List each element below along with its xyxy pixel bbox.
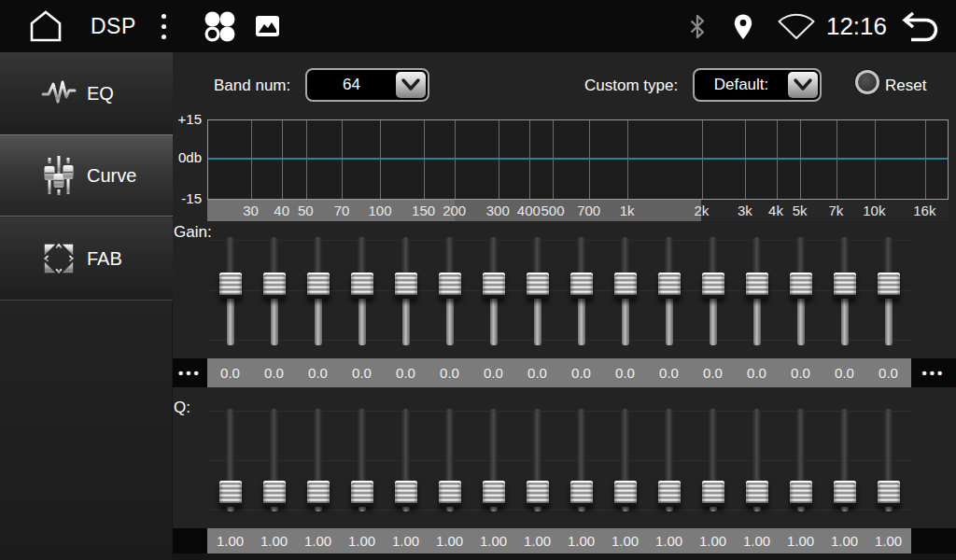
gain-slider[interactable] — [833, 235, 857, 347]
q-slider-thumb[interactable] — [658, 481, 681, 507]
gain-slider-thumb[interactable] — [439, 273, 461, 299]
freq-tick-label: 700 — [569, 200, 610, 221]
gain-slider-thumb[interactable] — [263, 273, 286, 299]
gain-value: 0.0 — [209, 358, 252, 387]
gain-slider-thumb[interactable] — [702, 273, 724, 299]
gain-slider-thumb[interactable] — [746, 273, 768, 299]
overflow-menu-icon[interactable] — [158, 10, 170, 43]
q-slider[interactable] — [613, 407, 638, 514]
freq-tick-label: 70 — [321, 200, 362, 221]
q-slider-thumb[interactable] — [483, 481, 505, 507]
q-slider-thumb[interactable] — [527, 481, 549, 507]
gain-slider-thumb[interactable] — [878, 273, 900, 299]
gallery-icon[interactable] — [255, 15, 280, 37]
gain-slider-thumb[interactable] — [483, 273, 505, 299]
q-slider[interactable] — [350, 407, 374, 514]
gain-slider[interactable] — [350, 235, 374, 347]
gain-slider-thumb[interactable] — [307, 273, 330, 299]
slider-track-upper — [665, 409, 673, 488]
gain-slider[interactable] — [657, 235, 682, 347]
plot-gridline — [251, 120, 252, 199]
fab-arrows-icon — [41, 240, 77, 277]
q-slider[interactable] — [262, 407, 287, 514]
apps-clover-icon[interactable] — [202, 8, 237, 44]
q-value: 1.00 — [429, 528, 471, 553]
q-slider[interactable] — [877, 407, 901, 514]
gain-slider[interactable] — [306, 235, 330, 347]
sidebar-item-eq[interactable]: EQ — [0, 52, 173, 134]
gain-slider-thumb[interactable] — [790, 273, 812, 299]
gain-slider-thumb[interactable] — [219, 273, 242, 299]
sidebar-item-fab[interactable]: FAB — [0, 217, 173, 301]
slider-track-upper — [840, 409, 849, 488]
q-slider-thumb[interactable] — [614, 481, 637, 507]
y-axis-tick-label: 0db — [168, 149, 202, 165]
q-slider[interactable] — [789, 407, 813, 514]
q-slider[interactable] — [306, 407, 330, 514]
gain-slider[interactable] — [394, 235, 418, 347]
gain-slider[interactable] — [438, 235, 462, 347]
gain-slider-thumb[interactable] — [570, 273, 593, 299]
gain-slider-thumb[interactable] — [834, 273, 856, 299]
sidebar-item-curve[interactable]: Curve — [0, 134, 173, 217]
slider-track-upper — [226, 409, 234, 488]
gain-value: 0.0 — [648, 358, 691, 387]
q-slider[interactable] — [657, 407, 682, 514]
q-slider[interactable] — [218, 407, 243, 514]
gain-slider[interactable] — [701, 235, 725, 347]
gain-slider[interactable] — [569, 235, 594, 347]
q-value: 1.00 — [780, 528, 822, 553]
q-slider-thumb[interactable] — [746, 481, 768, 507]
gain-slider-thumb[interactable] — [527, 273, 549, 299]
q-slider-thumb[interactable] — [219, 481, 242, 507]
custom-type-dropdown[interactable]: Default: — [693, 68, 822, 102]
q-slider-thumb[interactable] — [307, 481, 330, 507]
gain-slider[interactable] — [877, 235, 901, 347]
q-slider[interactable] — [482, 407, 506, 514]
band-num-dropdown[interactable]: 64 — [305, 68, 429, 102]
gain-slider[interactable] — [613, 235, 638, 347]
q-slider-thumb[interactable] — [702, 481, 724, 507]
q-value: 1.00 — [385, 528, 428, 553]
q-slider-thumb[interactable] — [351, 481, 373, 507]
gain-value: 0.0 — [604, 358, 647, 387]
chevron-down-icon[interactable] — [788, 72, 818, 98]
gain-slider-thumb[interactable] — [351, 273, 373, 299]
plot-gridline — [306, 120, 307, 199]
q-slider-thumb[interactable] — [834, 481, 856, 507]
q-slider-thumb[interactable] — [790, 481, 812, 507]
reset-radio-button[interactable] — [855, 70, 879, 94]
gain-slider[interactable] — [789, 235, 813, 347]
gain-slider-thumb[interactable] — [658, 273, 681, 299]
q-slider-thumb[interactable] — [439, 481, 461, 507]
gain-more-left-button[interactable]: ••• — [173, 358, 207, 387]
q-slider[interactable] — [701, 407, 725, 514]
back-icon[interactable] — [900, 9, 943, 44]
q-right-spacer — [911, 528, 956, 553]
chevron-down-icon[interactable] — [396, 72, 426, 98]
q-slider-thumb[interactable] — [878, 481, 900, 507]
q-slider[interactable] — [569, 407, 594, 514]
home-icon[interactable] — [25, 9, 66, 43]
gain-slider-thumb[interactable] — [614, 273, 637, 299]
gain-more-right-button[interactable]: ••• — [911, 358, 956, 387]
q-slider[interactable] — [394, 407, 418, 514]
q-slider[interactable] — [833, 407, 857, 514]
gain-slider[interactable] — [482, 235, 506, 347]
gain-slider[interactable] — [745, 235, 769, 347]
gain-slider[interactable] — [526, 235, 550, 347]
q-slider-thumb[interactable] — [263, 481, 286, 507]
gain-slider[interactable] — [218, 235, 243, 347]
freq-tick-label: 2k — [681, 200, 722, 221]
gain-slider[interactable] — [262, 235, 287, 347]
q-slider-thumb[interactable] — [395, 481, 417, 507]
gain-slider-thumb[interactable] — [395, 273, 417, 299]
slider-track-upper — [401, 409, 410, 488]
gain-value: 0.0 — [472, 358, 515, 387]
slider-track-lower — [271, 291, 278, 345]
q-slider-thumb[interactable] — [570, 481, 593, 507]
q-slider[interactable] — [526, 407, 550, 514]
q-slider[interactable] — [745, 407, 769, 514]
plot-gridline — [702, 120, 703, 199]
q-slider[interactable] — [438, 407, 462, 514]
